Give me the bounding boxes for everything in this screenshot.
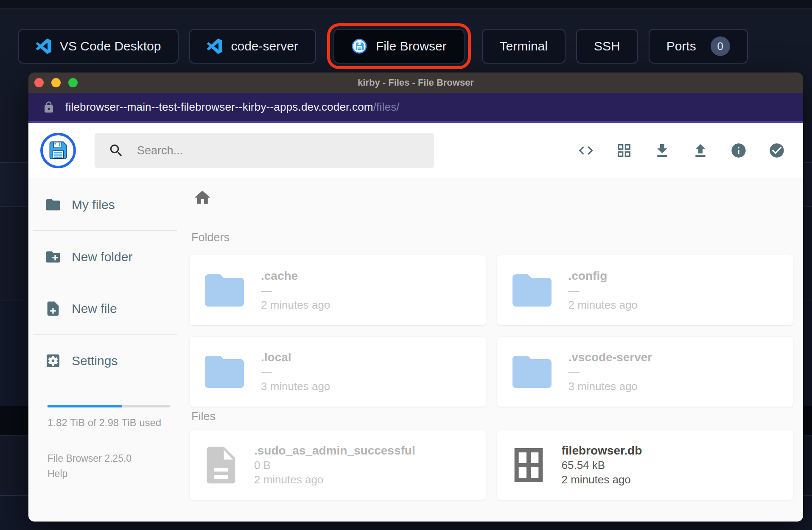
item-name: filebrowser.db <box>562 444 642 458</box>
download-icon[interactable] <box>654 142 671 159</box>
folders-grid: .cache — 2 minutes ago .config — 2 minut… <box>190 255 793 407</box>
item-modified: 3 minutes ago <box>568 379 652 393</box>
item-modified: 2 minutes ago <box>568 298 638 312</box>
filebrowser-logo[interactable] <box>40 133 76 168</box>
filebrowser-header <box>28 123 803 178</box>
tab-label: File Browser <box>376 39 447 53</box>
folder-card-local[interactable]: .local — 3 minutes ago <box>190 337 486 407</box>
shell-icon[interactable] <box>577 142 594 159</box>
folder-icon <box>512 273 552 308</box>
filebrowser-body: My files New folder New file Settings <box>28 178 803 522</box>
browser-url-bar[interactable]: filebrowser--main--test-filebrowser--kir… <box>28 93 803 123</box>
home-icon <box>193 188 212 207</box>
new-file-icon <box>45 300 62 317</box>
tab-ports[interactable]: Ports 0 <box>649 29 748 64</box>
help-link[interactable]: Help <box>48 466 67 481</box>
vscode-icon <box>36 39 51 54</box>
section-title-folders: Folders <box>191 231 793 244</box>
section-title-files: Files <box>191 410 793 423</box>
file-card-sudo-as-admin-successful[interactable]: .sudo_as_admin_successful 0 B 2 minutes … <box>190 430 486 500</box>
tab-label: code-server <box>231 39 298 53</box>
search-icon <box>108 142 124 159</box>
tab-label: Ports <box>666 39 696 53</box>
item-name: .config <box>568 269 638 283</box>
folder-icon <box>45 196 62 213</box>
floppy-disk-icon <box>47 139 69 162</box>
tab-file-browser[interactable]: File Browser <box>333 29 465 64</box>
file-card-filebrowser-db[interactable]: filebrowser.db 65.54 kB 2 minutes ago <box>497 430 793 500</box>
sidebar-item-settings[interactable]: Settings <box>28 340 190 382</box>
close-window-button[interactable] <box>34 78 44 87</box>
item-modified: 2 minutes ago <box>562 472 642 487</box>
sidebar: My files New folder New file Settings <box>28 178 190 522</box>
folder-card-vscode-server[interactable]: .vscode-server — 3 minutes ago <box>497 337 793 407</box>
home-breadcrumb-button[interactable] <box>193 188 212 207</box>
storage-usage: 1.82 TiB of 2.98 TiB used <box>48 405 190 429</box>
sidebar-item-my-files[interactable]: My files <box>28 184 190 226</box>
files-grid: .sudo_as_admin_successful 0 B 2 minutes … <box>190 430 793 500</box>
item-size: — <box>261 365 330 379</box>
tab-ssh[interactable]: SSH <box>576 29 638 64</box>
settings-icon <box>45 352 62 369</box>
sidebar-item-new-folder[interactable]: New folder <box>28 236 190 278</box>
version-link[interactable]: File Browser 2.25.0 <box>48 451 132 466</box>
tab-vscode-desktop[interactable]: VS Code Desktop <box>18 29 179 64</box>
item-modified: 3 minutes ago <box>261 379 330 393</box>
file-listing: Folders .cache — 2 minutes ago .con <box>190 178 803 522</box>
item-name: .sudo_as_admin_successful <box>254 444 415 458</box>
tab-label: VS Code Desktop <box>60 39 161 53</box>
item-size: — <box>568 365 652 379</box>
search-input[interactable] <box>137 144 420 157</box>
tab-label: Terminal <box>500 39 548 53</box>
item-name: .cache <box>261 269 330 283</box>
item-name: .local <box>261 350 330 365</box>
item-size: 65.54 kB <box>562 458 642 472</box>
ports-count-badge: 0 <box>711 36 730 56</box>
desktop-background: VS Code Desktop code-server File <box>0 0 812 530</box>
lock-icon <box>42 101 55 114</box>
sidebar-item-label: Settings <box>72 354 118 368</box>
database-file-icon <box>512 445 546 485</box>
annotated-tab-wrap: File Browser <box>333 29 465 64</box>
workspace-app-tabbar: VS Code Desktop code-server File <box>18 29 748 64</box>
item-size: — <box>568 283 638 298</box>
sidebar-item-new-file[interactable]: New file <box>28 287 190 330</box>
new-folder-icon <box>45 248 62 265</box>
sidebar-footer: File Browser 2.25.0 Help <box>48 451 190 481</box>
desktop-top-strip <box>0 0 812 9</box>
upload-icon[interactable] <box>692 142 709 159</box>
header-toolbar <box>577 142 785 159</box>
sidebar-item-label: My files <box>72 198 115 212</box>
storage-usage-label: 1.82 TiB of 2.98 TiB used <box>48 417 190 429</box>
file-icon <box>204 445 238 485</box>
filebrowser-icon <box>351 38 367 54</box>
breadcrumb-divider <box>193 218 793 218</box>
folder-card-cache[interactable]: .cache — 2 minutes ago <box>190 255 486 325</box>
browser-window: kirby - Files - File Browser filebrowser… <box>28 73 803 522</box>
zoom-window-button[interactable] <box>68 78 78 87</box>
item-modified: 2 minutes ago <box>261 298 330 312</box>
storage-progress-bar <box>48 405 170 407</box>
tab-terminal[interactable]: Terminal <box>482 29 566 64</box>
folder-icon <box>512 354 552 390</box>
url-host: filebrowser--main--test-filebrowser--kir… <box>65 100 373 113</box>
info-icon[interactable] <box>730 142 747 159</box>
storage-progress-fill <box>48 405 122 407</box>
minimize-window-button[interactable] <box>51 78 61 87</box>
vscode-icon <box>207 39 222 54</box>
folder-icon <box>204 273 245 308</box>
window-titlebar[interactable]: kirby - Files - File Browser <box>28 73 803 93</box>
tab-label: SSH <box>594 39 620 53</box>
select-multiple-icon[interactable] <box>768 142 785 159</box>
item-modified: 2 minutes ago <box>254 472 415 487</box>
sidebar-item-label: New file <box>72 301 117 316</box>
sidebar-divider <box>33 334 177 335</box>
item-name: .vscode-server <box>568 350 652 365</box>
grid-view-icon[interactable] <box>616 142 633 159</box>
item-size: — <box>261 283 330 298</box>
folder-card-config[interactable]: .config — 2 minutes ago <box>497 255 793 325</box>
url-path: /files/ <box>373 100 400 113</box>
item-size: 0 B <box>254 458 415 472</box>
tab-code-server[interactable]: code-server <box>189 29 316 64</box>
search-bar[interactable] <box>95 133 434 168</box>
